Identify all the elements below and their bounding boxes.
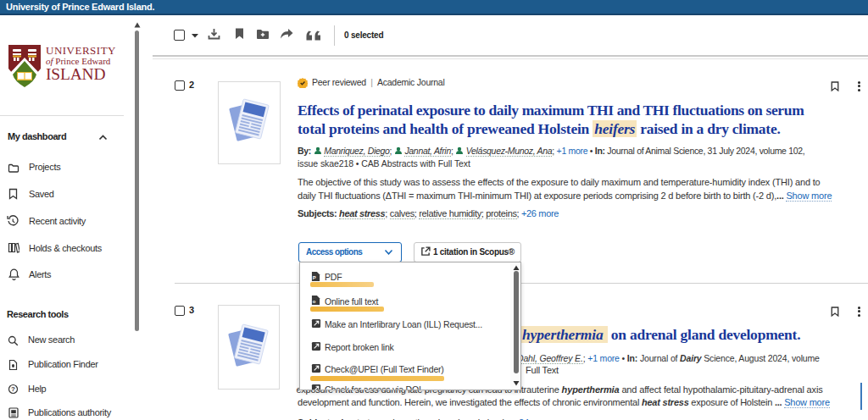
svg-text:UNIVERSITY: UNIVERSITY (46, 44, 116, 57)
svg-text:o: o (313, 299, 316, 304)
svg-text:P: P (313, 275, 316, 280)
svg-text:ISLAND: ISLAND (46, 65, 105, 83)
svg-text:?: ? (11, 385, 15, 393)
